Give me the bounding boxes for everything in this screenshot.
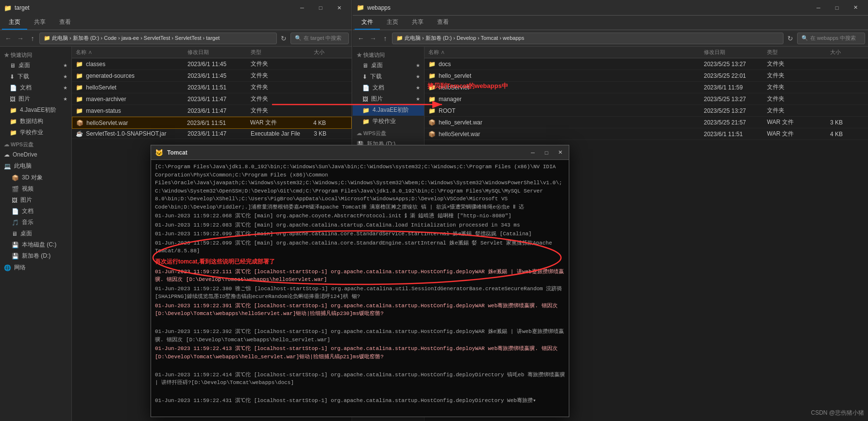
right-refresh-button[interactable]: ↻ (785, 33, 796, 44)
tomcat-minimize-button[interactable]: ─ (528, 148, 538, 158)
sidebar-item-download-right[interactable]: ⬇下载★ (353, 71, 424, 82)
file-name-cell: 📁classes (76, 61, 187, 68)
table-row[interactable]: 📁ROOT 2023/5/25 13:27 文件夹 (425, 105, 868, 117)
tomcat-line-7: 01-Jun-2023 11:59:22.380 骓ご惊 [localhost-… (155, 285, 565, 301)
file-size-cell: 3 KB (830, 119, 864, 126)
right-address-path[interactable]: 📁 此电脑 › 新加卷 (D:) › Develop › Tomcat › we… (392, 33, 783, 44)
right-forward-button[interactable]: → (368, 33, 378, 44)
table-row[interactable]: 📦helloServlet.war 2023/6/1 11:51 WAR 文件 … (72, 117, 352, 129)
right-ribbon: 文件 主页 共享 查看 (353, 16, 868, 30)
file-date-cell: 2023/6/1 11:47 (187, 130, 251, 137)
file-name-cell: 📁helloServlet (428, 84, 704, 91)
sidebar-item-datastruct-left[interactable]: 📁数据结构 (0, 116, 71, 127)
header-date-left[interactable]: 修改日期 (187, 49, 251, 56)
sidebar-item-pic2-left[interactable]: 🖼图片 (0, 194, 71, 206)
left-search-box[interactable]: 🔍 在 target 中搜索 (290, 33, 349, 44)
sidebar-item-pics-left[interactable]: 🖼图片★ (0, 93, 71, 105)
sidebar-item-javaee-right[interactable]: 📁4.JavaEE初阶 (353, 105, 424, 116)
sidebar-item-desktop-left[interactable]: 🖥桌面★ (0, 60, 71, 71)
file-type-cell: 文件夹 (767, 60, 830, 68)
header-name-left[interactable]: 名称 ∧ (76, 49, 187, 56)
left-refresh-button[interactable]: ↻ (278, 33, 289, 44)
sidebar-wps-right[interactable]: ☁ WPS云盘 (353, 127, 424, 138)
sidebar-thispc-left[interactable]: 💻此电脑 (0, 160, 71, 172)
left-file-header: 名称 ∧ 修改日期 类型 大小 (72, 47, 352, 58)
sidebar-item-video-left[interactable]: 🎬视频 (0, 183, 71, 194)
left-maximize-button[interactable]: □ (312, 1, 329, 14)
file-name-cell: 📦helloServlet.war (76, 120, 187, 126)
sidebar-item-docs-left[interactable]: 📄文档★ (0, 82, 71, 93)
desktop-icon-r: 🖥 (362, 62, 368, 69)
right-minimize-button[interactable]: ─ (810, 1, 827, 14)
table-row[interactable]: 📁hello_servlet 2023/5/25 22:01 文件夹 (425, 70, 868, 82)
table-row[interactable]: ☕ServletTest-1.0-SNAPSHOT.jar 2023/6/1 1… (72, 129, 352, 139)
left-forward-button[interactable]: → (15, 33, 26, 44)
sidebar-wps-left[interactable]: ☁ WPS云盘 (0, 138, 71, 149)
left-close-button[interactable]: ✕ (330, 1, 348, 14)
table-row[interactable]: 📁helloServlet 2023/6/1 11:59 文件夹 (425, 82, 868, 93)
sidebar-item-school-right[interactable]: 📁学校作业 (353, 116, 424, 127)
header-date-right[interactable]: 修改日期 (704, 49, 767, 56)
sidebar-item-d-drive-left[interactable]: 💾新加卷 (D:) (0, 250, 71, 262)
right-maximize-button[interactable]: □ (828, 1, 846, 14)
tomcat-console[interactable]: [C:\Program Files\Java\jdk1.8.0_192\bin;… (151, 160, 569, 417)
folder-icon: 📁 (76, 61, 83, 68)
desktop-icon-l: 🖥 (10, 62, 16, 69)
file-name-cell: 📁hello_servlet (428, 72, 704, 79)
right-search-box[interactable]: 🔍 在 webapps 中搜索 (797, 33, 865, 44)
left-tab-share[interactable]: 共享 (27, 16, 52, 30)
table-row[interactable]: 📁generated-sources 2023/6/1 11:45 文件夹 (72, 70, 352, 82)
sidebar-item-3d-left[interactable]: 📦3D 对象 (0, 172, 71, 183)
header-type-right[interactable]: 类型 (767, 49, 830, 56)
sidebar-item-desktop-right[interactable]: 🖥桌面★ (353, 60, 424, 71)
war-icon: 📦 (428, 131, 436, 138)
sidebar-item-pics-right[interactable]: 🖼图片★ (353, 93, 424, 105)
left-window-icon: 📁 (4, 4, 12, 12)
file-type-cell: 文件夹 (251, 60, 314, 68)
sidebar-item-doc2-left[interactable]: 📄文档 (0, 206, 71, 217)
header-type-left[interactable]: 类型 (251, 49, 314, 56)
table-row[interactable]: 📁docs 2023/5/25 13:27 文件夹 (425, 58, 868, 70)
sidebar-item-download-left[interactable]: ⬇下载★ (0, 71, 71, 82)
sidebar-onedrive-left[interactable]: ☁OneDrive (0, 149, 71, 160)
sidebar-network-left[interactable]: 🌐网络 (0, 262, 71, 274)
table-row[interactable]: 📁maven-status 2023/6/1 11:47 文件夹 (72, 105, 352, 117)
left-address-bar: ← → ↑ 📁 此电脑 › 新加卷 (D:) › Code › java-ee … (0, 30, 352, 47)
sidebar-item-music-left[interactable]: 🎵音乐 (0, 217, 71, 228)
tomcat-maximize-button[interactable]: □ (542, 148, 551, 158)
tomcat-window: 🐱 Tomcat ─ □ ✕ [C:\Program Files\Java\jd… (151, 145, 569, 417)
left-up-button[interactable]: ↑ (27, 33, 38, 44)
right-tab-view[interactable]: 查看 (430, 16, 456, 30)
file-name-cell: 📁maven-archiver (76, 96, 187, 103)
right-up-button[interactable]: ↑ (380, 33, 391, 44)
sidebar-item-school-left[interactable]: 📁学校作业 (0, 127, 71, 138)
left-back-button[interactable]: ← (3, 33, 14, 44)
right-win-controls: ─ □ ✕ (810, 1, 864, 14)
right-tab-home[interactable]: 主页 (380, 16, 405, 30)
right-tab-file[interactable]: 文件 (355, 16, 380, 30)
left-tab-home[interactable]: 主页 (2, 16, 27, 30)
tomcat-line-10: 01-Jun-2023 11:59:22.413 淇℃佗 [localhost-… (155, 345, 565, 361)
left-address-path[interactable]: 📁 此电脑 › 新加卷 (D:) › Code › java-ee › Serv… (39, 33, 277, 44)
header-size-left[interactable]: 大小 (314, 49, 348, 56)
table-row[interactable]: 📁helloServlet 2023/6/1 11:51 文件夹 (72, 82, 352, 93)
table-row[interactable]: 📁classes 2023/6/1 11:45 文件夹 (72, 58, 352, 70)
tomcat-line-11: 01-Jun-2023 11:59:22.414 淇℃佗 [localhost-… (155, 371, 565, 387)
sidebar-item-c-drive-left[interactable]: 💾本地磁盘 (C:) (0, 239, 71, 250)
header-name-right[interactable]: 名称 ∧ (428, 49, 704, 56)
sidebar-item-javaee-left[interactable]: 📁4.JavaEE初阶 (0, 105, 71, 116)
table-row[interactable]: 📦helloServlet.war 2023/6/1 11:51 WAR 文件 … (425, 128, 868, 140)
right-tab-share[interactable]: 共享 (405, 16, 430, 30)
table-row[interactable]: 📁maven-archiver 2023/6/1 11:47 文件夹 (72, 93, 352, 105)
table-row[interactable]: 📁manager 2023/5/25 13:27 文件夹 (425, 93, 868, 105)
table-row[interactable]: 📦hello_servlet.war 2023/5/25 21:57 WAR 文… (425, 117, 868, 128)
tomcat-close-button[interactable]: ✕ (555, 148, 565, 158)
right-back-button[interactable]: ← (356, 33, 366, 44)
left-tab-view[interactable]: 查看 (52, 16, 78, 30)
right-close-button[interactable]: ✕ (847, 1, 864, 14)
left-minimize-button[interactable]: ─ (293, 1, 311, 14)
tomcat-title-icon: 🐱 (155, 149, 163, 157)
header-size-right[interactable]: 大小 (830, 49, 864, 56)
sidebar-item-desktop2-left[interactable]: 🖥桌面 (0, 228, 71, 239)
sidebar-item-docs-right[interactable]: 📄文档★ (353, 82, 424, 93)
